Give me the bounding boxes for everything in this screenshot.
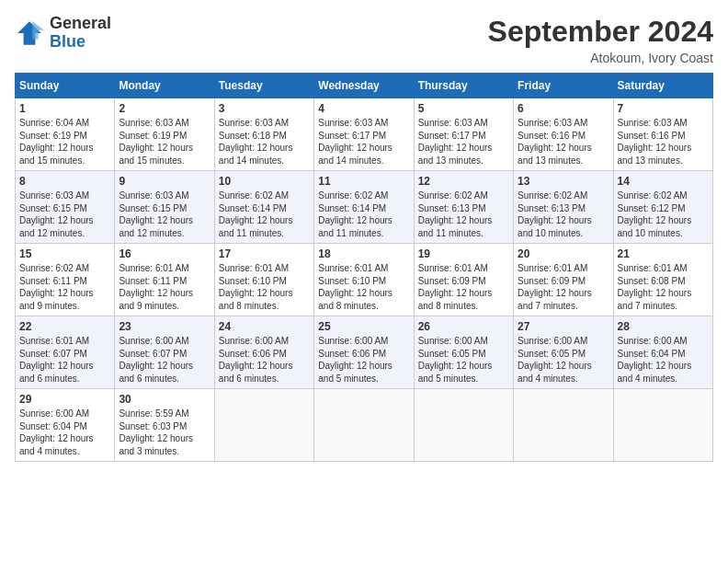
day-info: Sunrise: 6:02 AM Sunset: 6:14 PM Dayligh… bbox=[318, 190, 409, 239]
day-number: 14 bbox=[618, 175, 709, 188]
day-info: Sunrise: 6:01 AM Sunset: 6:09 PM Dayligh… bbox=[418, 262, 509, 312]
day-number: 15 bbox=[19, 247, 110, 260]
col-wednesday: Wednesday bbox=[314, 74, 414, 98]
table-row: 10Sunrise: 6:02 AM Sunset: 6:14 PM Dayli… bbox=[214, 171, 313, 244]
day-info: Sunrise: 6:00 AM Sunset: 6:05 PM Dayligh… bbox=[418, 335, 509, 385]
table-row: 29Sunrise: 6:00 AM Sunset: 6:04 PM Dayli… bbox=[16, 389, 115, 462]
day-number: 12 bbox=[418, 175, 509, 188]
day-info: Sunrise: 6:04 AM Sunset: 6:19 PM Dayligh… bbox=[19, 117, 110, 167]
day-info: Sunrise: 6:01 AM Sunset: 6:07 PM Dayligh… bbox=[19, 335, 110, 385]
day-number: 24 bbox=[219, 320, 310, 333]
day-number: 22 bbox=[19, 320, 110, 333]
day-number: 23 bbox=[119, 320, 210, 333]
day-info: Sunrise: 5:59 AM Sunset: 6:03 PM Dayligh… bbox=[119, 408, 210, 457]
calendar-header-row: Sunday Monday Tuesday Wednesday Thursday… bbox=[16, 74, 713, 98]
table-row: 7Sunrise: 6:03 AM Sunset: 6:16 PM Daylig… bbox=[613, 98, 712, 171]
day-number: 27 bbox=[518, 320, 609, 333]
table-row: 13Sunrise: 6:02 AM Sunset: 6:13 PM Dayli… bbox=[514, 171, 613, 244]
day-info: Sunrise: 6:03 AM Sunset: 6:15 PM Dayligh… bbox=[19, 190, 110, 239]
calendar-week-row: 1Sunrise: 6:04 AM Sunset: 6:19 PM Daylig… bbox=[16, 98, 713, 171]
table-row bbox=[314, 389, 414, 462]
day-number: 3 bbox=[219, 102, 310, 115]
table-row bbox=[214, 389, 313, 462]
day-info: Sunrise: 6:00 AM Sunset: 6:06 PM Dayligh… bbox=[318, 335, 409, 385]
day-info: Sunrise: 6:02 AM Sunset: 6:13 PM Dayligh… bbox=[518, 190, 609, 239]
logo-blue-text: Blue bbox=[50, 33, 111, 52]
day-info: Sunrise: 6:03 AM Sunset: 6:19 PM Dayligh… bbox=[119, 117, 210, 167]
day-number: 20 bbox=[518, 247, 609, 260]
table-row: 11Sunrise: 6:02 AM Sunset: 6:14 PM Dayli… bbox=[314, 171, 414, 244]
day-number: 10 bbox=[219, 175, 310, 188]
col-saturday: Saturday bbox=[613, 74, 712, 98]
calendar-week-row: 22Sunrise: 6:01 AM Sunset: 6:07 PM Dayli… bbox=[16, 316, 713, 389]
day-info: Sunrise: 6:03 AM Sunset: 6:18 PM Dayligh… bbox=[219, 117, 310, 167]
day-number: 21 bbox=[618, 247, 709, 260]
col-tuesday: Tuesday bbox=[214, 74, 313, 98]
day-info: Sunrise: 6:01 AM Sunset: 6:08 PM Dayligh… bbox=[618, 262, 709, 312]
table-row: 18Sunrise: 6:01 AM Sunset: 6:10 PM Dayli… bbox=[314, 244, 414, 316]
day-number: 6 bbox=[518, 102, 609, 115]
day-number: 18 bbox=[318, 247, 409, 260]
col-friday: Friday bbox=[514, 74, 613, 98]
table-row bbox=[514, 389, 613, 462]
calendar-week-row: 15Sunrise: 6:02 AM Sunset: 6:11 PM Dayli… bbox=[16, 244, 713, 316]
day-number: 7 bbox=[618, 102, 709, 115]
day-info: Sunrise: 6:03 AM Sunset: 6:17 PM Dayligh… bbox=[318, 117, 409, 167]
day-info: Sunrise: 6:02 AM Sunset: 6:12 PM Dayligh… bbox=[618, 190, 709, 239]
day-number: 28 bbox=[618, 320, 709, 333]
table-row: 3Sunrise: 6:03 AM Sunset: 6:18 PM Daylig… bbox=[214, 98, 313, 171]
day-info: Sunrise: 6:00 AM Sunset: 6:04 PM Dayligh… bbox=[19, 408, 110, 457]
day-info: Sunrise: 6:01 AM Sunset: 6:10 PM Dayligh… bbox=[318, 262, 409, 312]
table-row: 21Sunrise: 6:01 AM Sunset: 6:08 PM Dayli… bbox=[613, 244, 712, 316]
table-row: 16Sunrise: 6:01 AM Sunset: 6:11 PM Dayli… bbox=[115, 244, 214, 316]
calendar-week-row: 8Sunrise: 6:03 AM Sunset: 6:15 PM Daylig… bbox=[16, 171, 713, 244]
day-info: Sunrise: 6:01 AM Sunset: 6:11 PM Dayligh… bbox=[119, 262, 210, 312]
day-info: Sunrise: 6:03 AM Sunset: 6:17 PM Dayligh… bbox=[418, 117, 509, 167]
table-row: 1Sunrise: 6:04 AM Sunset: 6:19 PM Daylig… bbox=[16, 98, 115, 171]
day-number: 30 bbox=[119, 393, 210, 406]
day-number: 5 bbox=[418, 102, 509, 115]
table-row: 14Sunrise: 6:02 AM Sunset: 6:12 PM Dayli… bbox=[613, 171, 712, 244]
table-row: 28Sunrise: 6:00 AM Sunset: 6:04 PM Dayli… bbox=[613, 316, 712, 389]
day-info: Sunrise: 6:00 AM Sunset: 6:07 PM Dayligh… bbox=[119, 335, 210, 385]
day-info: Sunrise: 6:00 AM Sunset: 6:06 PM Dayligh… bbox=[219, 335, 310, 385]
table-row bbox=[613, 389, 712, 462]
col-thursday: Thursday bbox=[414, 74, 513, 98]
title-block: September 2024 Atokoum, Ivory Coast bbox=[488, 15, 713, 65]
day-number: 11 bbox=[318, 175, 409, 188]
page-header: General Blue September 2024 Atokoum, Ivo… bbox=[15, 15, 713, 65]
day-number: 4 bbox=[318, 102, 409, 115]
day-info: Sunrise: 6:02 AM Sunset: 6:14 PM Dayligh… bbox=[219, 190, 310, 239]
logo-general-text: General bbox=[50, 15, 111, 33]
day-number: 25 bbox=[318, 320, 409, 333]
logo: General Blue bbox=[15, 15, 111, 52]
table-row: 17Sunrise: 6:01 AM Sunset: 6:10 PM Dayli… bbox=[214, 244, 313, 316]
col-sunday: Sunday bbox=[16, 74, 115, 98]
table-row: 23Sunrise: 6:00 AM Sunset: 6:07 PM Dayli… bbox=[115, 316, 214, 389]
day-number: 13 bbox=[518, 175, 609, 188]
table-row: 24Sunrise: 6:00 AM Sunset: 6:06 PM Dayli… bbox=[214, 316, 313, 389]
month-title: September 2024 bbox=[488, 15, 713, 49]
table-row: 9Sunrise: 6:03 AM Sunset: 6:15 PM Daylig… bbox=[115, 171, 214, 244]
day-info: Sunrise: 6:01 AM Sunset: 6:10 PM Dayligh… bbox=[219, 262, 310, 312]
table-row: 5Sunrise: 6:03 AM Sunset: 6:17 PM Daylig… bbox=[414, 98, 513, 171]
day-number: 29 bbox=[19, 393, 110, 406]
table-row: 12Sunrise: 6:02 AM Sunset: 6:13 PM Dayli… bbox=[414, 171, 513, 244]
logo-text: General Blue bbox=[50, 15, 111, 52]
calendar-week-row: 29Sunrise: 6:00 AM Sunset: 6:04 PM Dayli… bbox=[16, 389, 713, 462]
table-row: 26Sunrise: 6:00 AM Sunset: 6:05 PM Dayli… bbox=[414, 316, 513, 389]
table-row: 15Sunrise: 6:02 AM Sunset: 6:11 PM Dayli… bbox=[16, 244, 115, 316]
table-row: 20Sunrise: 6:01 AM Sunset: 6:09 PM Dayli… bbox=[514, 244, 613, 316]
day-number: 2 bbox=[119, 102, 210, 115]
table-row: 30Sunrise: 5:59 AM Sunset: 6:03 PM Dayli… bbox=[115, 389, 214, 462]
logo-icon bbox=[15, 18, 44, 48]
day-number: 9 bbox=[119, 175, 210, 188]
day-info: Sunrise: 6:00 AM Sunset: 6:05 PM Dayligh… bbox=[518, 335, 609, 385]
day-number: 17 bbox=[219, 247, 310, 260]
day-number: 1 bbox=[19, 102, 110, 115]
day-info: Sunrise: 6:01 AM Sunset: 6:09 PM Dayligh… bbox=[518, 262, 609, 312]
svg-marker-2 bbox=[32, 21, 44, 39]
table-row: 4Sunrise: 6:03 AM Sunset: 6:17 PM Daylig… bbox=[314, 98, 414, 171]
table-row: 2Sunrise: 6:03 AM Sunset: 6:19 PM Daylig… bbox=[115, 98, 214, 171]
col-monday: Monday bbox=[115, 74, 214, 98]
